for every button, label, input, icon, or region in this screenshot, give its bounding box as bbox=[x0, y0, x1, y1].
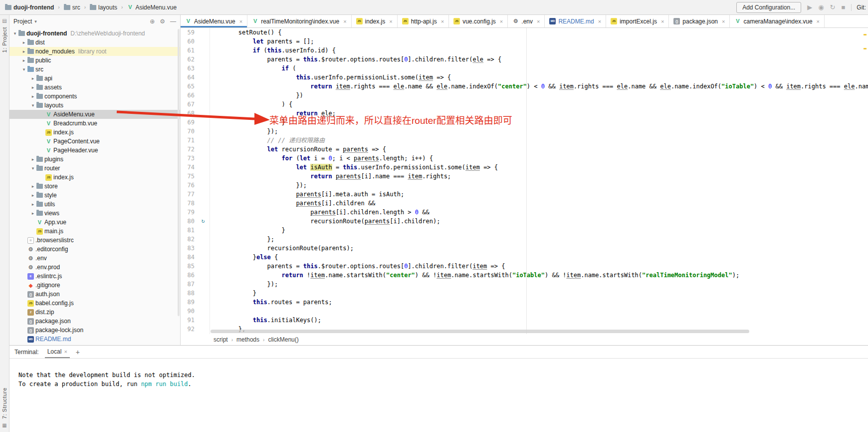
close-icon[interactable]: × bbox=[661, 18, 664, 24]
editor-tab-asidemenu-vue[interactable]: VAsideMenu.vue× bbox=[181, 15, 247, 27]
editor-tab-readme-md[interactable]: MDREADME.md× bbox=[545, 15, 606, 27]
inspection-mark[interactable] bbox=[864, 34, 867, 35]
tree-item-breadcrumb-vue[interactable]: VBreadcrumb.vue bbox=[9, 119, 180, 128]
new-terminal-icon[interactable]: + bbox=[76, 348, 80, 356]
tree-item-pageheader-vue[interactable]: VPageHeader.vue bbox=[9, 146, 180, 155]
tree-item-store[interactable]: ▸store bbox=[9, 182, 180, 191]
tree-item-router[interactable]: ▾router bbox=[9, 164, 180, 173]
close-icon[interactable]: × bbox=[64, 349, 67, 355]
tree-item-babel-config-js[interactable]: JSbabel.config.js bbox=[9, 299, 180, 308]
editor-tab-realtimemonitoring-index-vue[interactable]: VrealTimeMonitoring\index.vue× bbox=[247, 15, 351, 27]
chevron-right-icon[interactable]: ▸ bbox=[29, 94, 36, 99]
tree-item-readme-md[interactable]: MDREADME.md bbox=[9, 335, 180, 344]
add-configuration-button[interactable]: Add Configuration... bbox=[736, 2, 801, 13]
breadcrumb-item-layouts[interactable]: layouts bbox=[89, 3, 118, 11]
tree-item-env-prod[interactable]: ⚙.env.prod bbox=[9, 263, 180, 272]
close-icon[interactable]: × bbox=[343, 18, 346, 24]
tree-item-layouts[interactable]: ▾layouts bbox=[9, 101, 180, 110]
tree-item-public[interactable]: ▸public bbox=[9, 56, 180, 65]
tree-item-dist[interactable]: ▸dist bbox=[9, 38, 180, 47]
breadcrumb-item-clickmenu[interactable]: clickMenu() bbox=[268, 336, 298, 343]
debug-icon[interactable]: ◉ bbox=[818, 3, 824, 11]
chevron-right-icon[interactable]: ▸ bbox=[29, 85, 36, 90]
chevron-right-icon[interactable]: ▸ bbox=[29, 202, 36, 207]
terminal-output[interactable]: Note that the development build is not o… bbox=[9, 359, 868, 389]
close-icon[interactable]: × bbox=[239, 18, 242, 24]
tree-item-src[interactable]: ▾src bbox=[9, 65, 180, 74]
tree-item-package-lock-json[interactable]: {}package-lock.json bbox=[9, 326, 180, 335]
breadcrumb-item-methods[interactable]: methods bbox=[236, 336, 259, 343]
tree-item-index-js[interactable]: JSindex.js bbox=[9, 128, 180, 137]
sync-icon[interactable]: ↻ bbox=[830, 3, 836, 11]
chevron-right-icon[interactable]: ▸ bbox=[20, 40, 27, 45]
tree-item-editorconfig[interactable]: ⚙.editorconfig bbox=[9, 245, 180, 254]
close-icon[interactable]: × bbox=[722, 18, 725, 24]
structure-stripe-label[interactable]: 7: Structure bbox=[1, 388, 7, 419]
close-icon[interactable]: × bbox=[389, 18, 392, 24]
tree-item-browserslistrc[interactable]: ≡.browserslistrc bbox=[9, 236, 180, 245]
close-icon[interactable]: × bbox=[817, 18, 820, 24]
git-branch-label[interactable]: Git: bbox=[851, 4, 866, 11]
editor-tab-importexcel-js[interactable]: JSimportExcel.js× bbox=[606, 15, 669, 27]
tool-window-structure[interactable]: 7: Structure ▦ bbox=[1, 388, 7, 432]
run-icon[interactable]: ▶ bbox=[807, 3, 812, 11]
tree-item-assets[interactable]: ▸assets bbox=[9, 83, 180, 92]
close-icon[interactable]: × bbox=[441, 18, 444, 24]
tree-item-plugins[interactable]: ▸plugins bbox=[9, 155, 180, 164]
locate-icon[interactable]: ⊕ bbox=[150, 18, 155, 25]
tool-window-project[interactable]: ▤ 1: Project bbox=[1, 15, 7, 52]
stop-icon[interactable]: ■ bbox=[841, 3, 845, 11]
chevron-right-icon[interactable]: ▸ bbox=[29, 184, 36, 189]
editor-tab-index-js[interactable]: JSindex.js× bbox=[352, 15, 398, 27]
editor-tab-http-api-js[interactable]: JShttp-api.js× bbox=[398, 15, 449, 27]
close-icon[interactable]: × bbox=[598, 18, 601, 24]
chevron-right-icon[interactable]: ▸ bbox=[29, 211, 36, 216]
tree-item-eslintrc-js[interactable]: E.eslintrc.js bbox=[9, 272, 180, 281]
hide-panel-icon[interactable]: — bbox=[170, 18, 176, 25]
code-editor[interactable]: 59 setRoute() {60 let parents = [];61 if… bbox=[181, 28, 868, 334]
chevron-right-icon[interactable]: ▸ bbox=[29, 157, 36, 162]
tree-item-asidemenu-vue[interactable]: VAsideMenu.vue bbox=[9, 110, 180, 119]
project-scrollbar[interactable] bbox=[178, 29, 180, 316]
breadcrumb-item-script[interactable]: script bbox=[214, 336, 228, 343]
chevron-right-icon[interactable]: ▸ bbox=[20, 49, 27, 54]
breadcrumb-item-src[interactable]: src bbox=[63, 3, 81, 11]
tree-item-index-js[interactable]: JSindex.js bbox=[9, 173, 180, 182]
close-icon[interactable]: × bbox=[500, 18, 503, 24]
tree-item-auth-json[interactable]: {}auth.json bbox=[9, 290, 180, 299]
tree-item-package-json[interactable]: {}package.json bbox=[9, 317, 180, 326]
tree-item-gitignore[interactable]: ◆.gitignore bbox=[9, 281, 180, 290]
editor-tab-cameramanage-index-vue[interactable]: VcameraManage\index.vue× bbox=[730, 15, 825, 27]
tree-item-views[interactable]: ▸views bbox=[9, 209, 180, 218]
chevron-down-icon[interactable]: ▾ bbox=[20, 67, 27, 72]
tree-item-node-modules[interactable]: ▸node_moduleslibrary root bbox=[9, 47, 180, 56]
project-view-title[interactable]: Project bbox=[13, 18, 32, 25]
tree-item-utils[interactable]: ▸utils bbox=[9, 200, 180, 209]
breadcrumb-item-duoji-frontend[interactable]: duoji-frontend bbox=[4, 3, 55, 11]
editor-tab-vue-config-js[interactable]: JSvue.config.js× bbox=[449, 15, 508, 27]
tree-item-env[interactable]: ⚙.env bbox=[9, 254, 180, 263]
chevron-down-icon[interactable]: ▾ bbox=[29, 166, 36, 171]
editor-tab-env[interactable]: ⚙.env× bbox=[508, 15, 545, 27]
tree-item-duoji-frontend[interactable]: ▾duoji-frontendD:\zheheWeb\duoji-fronten… bbox=[9, 29, 180, 38]
editor-tab-package-json[interactable]: {}package.json× bbox=[669, 15, 730, 27]
chevron-down-icon[interactable]: ▾ bbox=[34, 19, 37, 24]
tree-item-app-vue[interactable]: VApp.vue bbox=[9, 218, 180, 227]
tree-item-components[interactable]: ▸components bbox=[9, 92, 180, 101]
tree-item-pagecontent-vue[interactable]: VPageContent.vue bbox=[9, 137, 180, 146]
close-icon[interactable]: × bbox=[537, 18, 540, 24]
tree-item-dist-zip[interactable]: Zdist.zip bbox=[9, 308, 180, 317]
settings-icon[interactable]: ⚙ bbox=[160, 18, 165, 25]
chevron-down-icon[interactable]: ▾ bbox=[11, 31, 18, 36]
chevron-right-icon[interactable]: ▸ bbox=[20, 58, 27, 63]
project-stripe-label[interactable]: 1: Project bbox=[1, 27, 7, 52]
chevron-right-icon[interactable]: ▸ bbox=[29, 76, 36, 81]
chevron-down-icon[interactable]: ▾ bbox=[29, 103, 36, 108]
horizontal-scrollbar[interactable] bbox=[211, 330, 749, 333]
chevron-right-icon[interactable]: ▸ bbox=[29, 193, 36, 198]
tree-item-api[interactable]: ▸api bbox=[9, 74, 180, 83]
tree-item-style[interactable]: ▸style bbox=[9, 191, 180, 200]
terminal-tab-local[interactable]: Local × bbox=[45, 346, 70, 358]
tree-item-main-js[interactable]: JSmain.js bbox=[9, 227, 180, 236]
breadcrumb-item-asidemenu-vue[interactable]: VAsideMenu.vue bbox=[126, 3, 178, 11]
